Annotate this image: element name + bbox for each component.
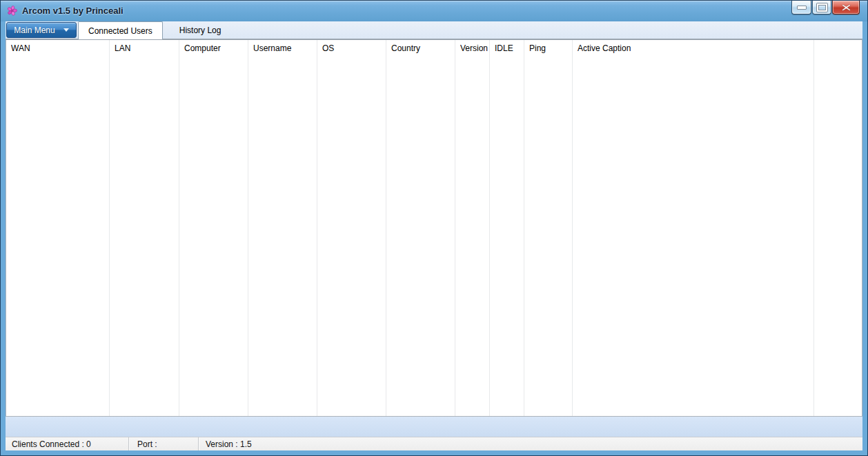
close-icon (842, 4, 851, 11)
minimize-button[interactable] (791, 1, 811, 14)
column-ping: Ping (524, 40, 573, 416)
minimize-icon (797, 6, 807, 10)
column-os: OS (317, 40, 386, 416)
status-port: Port : (129, 437, 199, 450)
maximize-icon (817, 3, 827, 12)
column-active-caption: Active Caption (573, 40, 814, 416)
column-version: Version (455, 40, 490, 416)
column-header[interactable]: WAN (11, 43, 109, 53)
tab-label: History Log (179, 26, 221, 35)
window-controls (791, 1, 860, 14)
maximize-button[interactable] (812, 1, 831, 14)
column-header[interactable]: Country (391, 43, 455, 53)
tab-connected-users[interactable]: Connected Users (78, 21, 163, 39)
column-filler (814, 40, 862, 416)
tabstrip: Main Menu Connected Users History Log (6, 21, 862, 39)
column-header[interactable]: Ping (529, 43, 572, 53)
column-username: Username (248, 40, 317, 416)
main-menu-button[interactable]: Main Menu (6, 22, 77, 38)
column-header[interactable]: Computer (184, 43, 248, 53)
status-clients-connected: Clients Connected : 0 (6, 437, 129, 450)
column-header[interactable]: Username (253, 43, 317, 53)
page-band (6, 417, 862, 437)
tab-label: Connected Users (88, 26, 152, 36)
app-icon[interactable] (7, 6, 17, 16)
statusbar: Clients Connected : 0 Port : Version : 1… (6, 437, 862, 450)
titlebar[interactable]: Arcom v1.5 by Princeali (1, 1, 867, 21)
status-version: Version : 1.5 (199, 437, 862, 450)
column-header[interactable]: OS (322, 43, 386, 53)
column-header[interactable]: Active Caption (578, 43, 813, 53)
tab-history-log[interactable]: History Log (163, 21, 238, 39)
column-computer: Computer (179, 40, 248, 416)
chevron-down-icon (63, 28, 69, 32)
main-menu-label: Main Menu (14, 26, 55, 35)
column-header[interactable]: IDLE (495, 43, 524, 53)
close-button[interactable] (832, 1, 860, 14)
column-wan: WAN (6, 40, 110, 416)
column-country: Country (386, 40, 455, 416)
app-body: Main Menu Connected Users History Log WA… (6, 21, 862, 450)
column-lan: LAN (110, 40, 179, 416)
pinwheel-flower-icon (7, 6, 17, 16)
clients-listview[interactable]: WANLANComputerUsernameOSCountryVersionID… (6, 39, 862, 417)
window-title: Arcom v1.5 by Princeali (22, 6, 124, 16)
column-idle: IDLE (490, 40, 524, 416)
column-header[interactable]: LAN (115, 43, 179, 53)
column-header[interactable]: Version (460, 43, 489, 53)
app-window: Arcom v1.5 by Princeali Main Menu Connec… (0, 0, 868, 456)
